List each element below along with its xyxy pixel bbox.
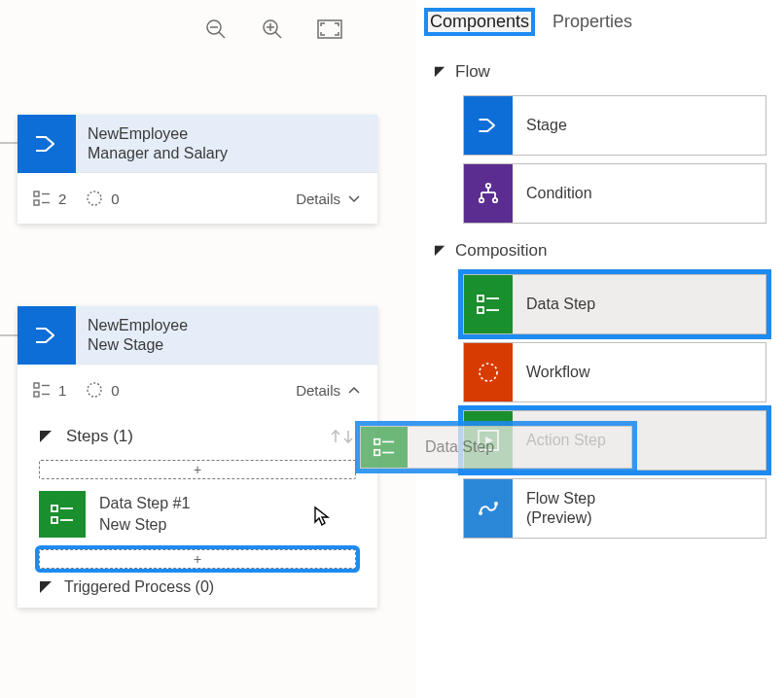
stage-footer: 2 0 Details xyxy=(18,173,377,224)
component-label: Workflow xyxy=(526,363,590,382)
svg-rect-37 xyxy=(374,439,380,445)
details-label: Details xyxy=(296,382,340,399)
steps-count-value: 2 xyxy=(58,191,66,207)
steps-count-value: 1 xyxy=(58,382,66,399)
svg-rect-18 xyxy=(52,506,57,511)
steps-section-header[interactable]: Steps (1) xyxy=(39,427,356,446)
data-step-icon xyxy=(361,427,408,468)
component-data-step[interactable]: Data Step xyxy=(463,274,766,334)
section-composition[interactable]: Composition xyxy=(434,241,766,261)
stage-title: NewEmployee xyxy=(88,124,228,144)
section-flow-label: Flow xyxy=(455,62,490,82)
stage-subtitle: New Stage xyxy=(88,335,188,355)
condition-icon xyxy=(464,164,513,223)
triangle-collapse-icon xyxy=(434,245,445,257)
step-row[interactable]: Data Step #1 New Step xyxy=(39,483,356,545)
triggered-section-header[interactable]: Triggered Process (0) xyxy=(39,578,356,596)
svg-rect-15 xyxy=(34,392,39,397)
svg-rect-29 xyxy=(478,296,483,301)
drop-slot[interactable]: + xyxy=(39,549,356,569)
svg-rect-31 xyxy=(478,307,483,313)
svg-rect-13 xyxy=(34,383,39,388)
section-composition-label: Composition xyxy=(455,241,548,261)
details-toggle[interactable]: Details xyxy=(296,382,362,399)
svg-rect-20 xyxy=(52,517,57,523)
triangle-collapse-icon xyxy=(39,580,53,594)
stage-icon xyxy=(464,96,513,155)
tab-properties[interactable]: Properties xyxy=(551,12,634,32)
component-label: Data Step xyxy=(526,295,595,314)
section-flow[interactable]: Flow xyxy=(434,62,766,82)
fit-to-screen-icon[interactable] xyxy=(317,19,342,39)
triangle-collapse-icon xyxy=(434,66,445,78)
triggers-count-value: 0 xyxy=(111,382,119,399)
zoom-toolbar xyxy=(204,17,342,41)
drop-slot[interactable]: + xyxy=(39,460,356,479)
chevron-down-icon xyxy=(346,191,362,206)
connector xyxy=(0,142,18,144)
svg-rect-39 xyxy=(374,450,380,456)
flow-step-icon xyxy=(464,479,513,538)
stage-body: Steps (1) + Data Step #1 xyxy=(18,415,377,608)
component-stage[interactable]: Stage xyxy=(463,95,766,156)
details-toggle[interactable]: Details xyxy=(296,191,362,207)
svg-point-12 xyxy=(88,192,101,205)
stage-subtitle: Manager and Salary xyxy=(88,144,228,163)
component-condition[interactable]: Condition xyxy=(463,163,766,224)
stage-title: NewEmployee xyxy=(88,316,188,335)
plus-label: + xyxy=(194,551,201,567)
svg-point-28 xyxy=(493,198,497,202)
workflow-icon xyxy=(464,343,513,401)
chevron-up-icon xyxy=(346,382,362,398)
component-sublabel: (Preview) xyxy=(526,508,595,528)
stage-header: NewEmployee Manager and Salary xyxy=(18,115,377,173)
zoom-out-icon[interactable] xyxy=(204,17,228,41)
steps-count: 1 xyxy=(33,381,66,399)
sort-arrows-icon[interactable] xyxy=(329,427,356,446)
component-label: Condition xyxy=(526,184,592,203)
stage-card[interactable]: NewEmployee Manager and Salary 2 0 Detai xyxy=(18,115,377,224)
tab-components[interactable]: Components xyxy=(428,12,531,32)
drag-ghost-label: Data Step xyxy=(408,438,494,456)
canvas: NewEmployee Manager and Salary 2 0 Detai xyxy=(0,0,416,698)
data-step-icon xyxy=(39,491,86,538)
component-flow-step[interactable]: Flow Step (Preview) xyxy=(463,478,766,539)
steps-count: 2 xyxy=(33,190,66,207)
triggered-label: Triggered Process (0) xyxy=(64,578,214,596)
step-subtitle: New Step xyxy=(99,514,190,536)
triangle-collapse-icon xyxy=(39,430,53,443)
svg-point-35 xyxy=(479,511,482,515)
stage-card[interactable]: NewEmployee New Stage 1 0 Details xyxy=(18,306,377,608)
data-step-icon xyxy=(464,275,513,333)
step-title: Data Step #1 xyxy=(99,493,190,514)
zoom-in-icon[interactable] xyxy=(261,17,284,41)
svg-line-4 xyxy=(275,32,281,38)
drag-ghost: Data Step xyxy=(360,426,632,469)
connector xyxy=(0,334,18,336)
stage-icon xyxy=(18,306,76,365)
triggers-count: 0 xyxy=(86,381,119,399)
svg-point-17 xyxy=(88,383,101,397)
panel-tabs: Components Properties xyxy=(428,12,634,32)
plus-label: + xyxy=(194,462,201,477)
svg-point-36 xyxy=(494,502,498,506)
svg-point-27 xyxy=(480,198,483,202)
stage-icon xyxy=(18,115,76,173)
triggers-count-value: 0 xyxy=(111,191,119,207)
svg-line-1 xyxy=(219,32,225,38)
component-workflow[interactable]: Workflow xyxy=(463,342,766,402)
triggers-count: 0 xyxy=(86,190,119,207)
svg-rect-10 xyxy=(34,200,39,205)
svg-point-22 xyxy=(486,184,490,188)
svg-point-33 xyxy=(480,364,497,381)
svg-rect-8 xyxy=(34,192,39,196)
side-panel: Components Properties Flow Stage Cond xyxy=(416,0,784,698)
details-label: Details xyxy=(296,191,340,207)
steps-label: Steps (1) xyxy=(66,427,133,446)
stage-titles: NewEmployee Manager and Salary xyxy=(76,115,239,172)
component-label: Flow Step xyxy=(526,489,595,508)
component-label: Stage xyxy=(526,116,567,135)
